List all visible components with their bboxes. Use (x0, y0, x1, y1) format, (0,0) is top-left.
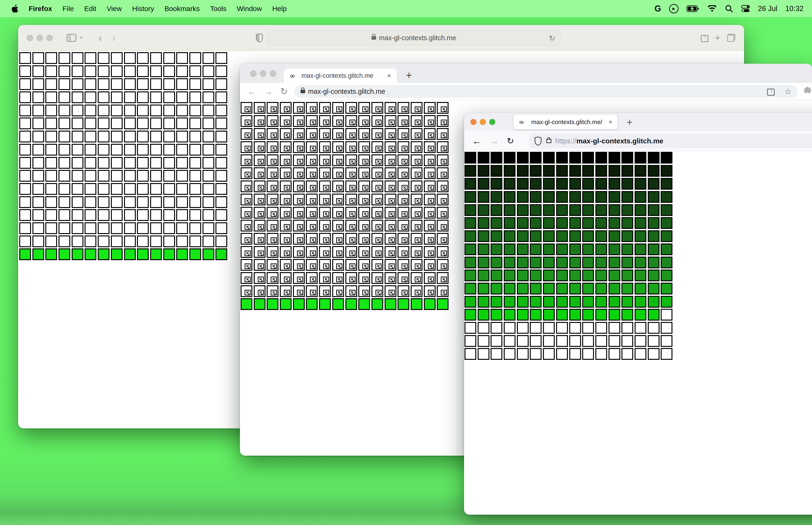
zoom-button[interactable] (46, 34, 53, 41)
grid-cell (504, 230, 516, 242)
grid-cell: × (398, 233, 409, 245)
grid-cell (556, 283, 568, 295)
broken-image-icon: × (388, 198, 395, 204)
grid-cell: × (293, 102, 305, 114)
grid-cell: × (371, 207, 383, 219)
safari-toolbar: ˅ ‹ › max-gl-contexts.glitch.me ↻ ↑ + (18, 25, 744, 51)
google-g-icon[interactable]: G (655, 4, 661, 14)
menu-item-app[interactable]: Firefox (29, 5, 52, 13)
broken-image-icon: × (297, 251, 303, 256)
firefox-active-tab[interactable]: ∞ max-gl-contexts.glitch.me/ × (514, 115, 617, 129)
grid-cell (530, 217, 541, 229)
close-tab-icon[interactable]: × (609, 118, 612, 126)
extensions-puzzle-icon[interactable] (803, 87, 812, 96)
menu-item[interactable]: Bookmarks (165, 5, 200, 13)
sidebar-icon[interactable] (66, 34, 76, 42)
close-button[interactable] (250, 70, 257, 77)
grid-cell (202, 196, 214, 208)
grid-cell (202, 183, 214, 195)
close-button[interactable] (470, 119, 476, 125)
grid-cell: × (411, 194, 423, 205)
chrome-active-tab[interactable]: ∞ max-gl-contexts.glitch.me × (284, 69, 397, 83)
canvas-grid: ××××××××××××××××××××××××××××××××××××××××… (241, 102, 448, 310)
minimize-button[interactable] (36, 34, 43, 41)
menu-item[interactable]: Edit (84, 5, 96, 13)
minimize-button[interactable] (260, 70, 266, 77)
grid-cell: × (332, 233, 344, 245)
new-tab-button[interactable]: + (627, 117, 633, 127)
grid-cell (19, 222, 31, 234)
minimize-button[interactable] (480, 119, 486, 125)
battery-charging-icon[interactable] (687, 5, 699, 12)
grid-cell (19, 196, 31, 208)
shield-icon[interactable] (256, 33, 263, 43)
menu-item[interactable]: Tools (210, 5, 227, 13)
grid-cell (32, 91, 44, 103)
broken-image-icon: × (428, 237, 434, 243)
forward-button[interactable]: → (489, 136, 499, 146)
grid-cell (530, 257, 541, 268)
shield-icon[interactable] (534, 136, 542, 146)
grid-cell: × (319, 154, 331, 166)
grid-cell (124, 105, 136, 116)
menu-item[interactable]: Window (237, 5, 262, 13)
zoom-button[interactable] (489, 119, 495, 125)
grid-cell (45, 118, 57, 129)
close-button[interactable] (27, 34, 33, 41)
chrome-url-field[interactable]: max-gl-contexts.glitch.me ↑ ☆ (294, 85, 798, 98)
grid-cell (45, 209, 57, 221)
grid-cell: × (306, 285, 318, 297)
grid-cell (45, 78, 57, 90)
menu-item[interactable]: Help (272, 5, 287, 13)
grid-cell (491, 322, 502, 334)
reload-button[interactable]: ↻ (507, 137, 514, 145)
grid-cell (163, 105, 175, 116)
apple-logo-icon[interactable] (11, 4, 18, 13)
grid-cell (137, 144, 149, 155)
share-icon[interactable]: ↑ (701, 34, 708, 42)
grid-cell (609, 322, 620, 334)
control-center-icon[interactable] (741, 5, 750, 13)
menu-item[interactable]: File (62, 5, 74, 13)
broken-image-icon: × (310, 146, 316, 151)
grid-cell (189, 157, 201, 169)
zoom-button[interactable] (270, 70, 276, 77)
grid-cell (59, 170, 70, 182)
grid-cell (202, 131, 214, 142)
play-circle-icon[interactable]: ▶ (669, 4, 678, 13)
firefox-url-field[interactable]: https://max-gl-contexts.glitch.me (530, 134, 812, 148)
reload-button[interactable]: ↻ (280, 87, 288, 96)
back-button[interactable]: ← (247, 87, 256, 96)
menu-item[interactable]: History (132, 5, 154, 13)
share-icon[interactable]: ↑ (767, 87, 774, 96)
forward-button[interactable]: › (112, 33, 116, 43)
grid-cell: × (371, 102, 383, 114)
bookmark-star-icon[interactable]: ☆ (784, 87, 792, 96)
broken-image-icon: × (441, 198, 447, 204)
grid-cell (332, 298, 344, 310)
grid-cell (150, 78, 162, 90)
close-tab-icon[interactable]: × (387, 72, 391, 80)
grid-cell: × (346, 246, 357, 258)
grid-cell (111, 157, 123, 169)
reload-icon[interactable]: ↻ (549, 34, 555, 43)
broken-image-icon: × (349, 185, 355, 191)
grid-cell: × (267, 180, 278, 192)
grid-cell: × (398, 220, 409, 231)
grid-cell (464, 270, 476, 281)
wifi-icon[interactable] (707, 5, 717, 12)
chevron-down-icon[interactable]: ˅ (80, 35, 83, 41)
tab-overview-icon[interactable] (727, 34, 735, 42)
back-button[interactable]: ← (472, 136, 481, 146)
grid-cell (163, 222, 175, 234)
new-tab-button[interactable]: + (715, 33, 721, 43)
safari-url-field[interactable]: max-gl-contexts.glitch.me ↻ (267, 30, 561, 45)
grid-cell (202, 170, 214, 182)
search-icon[interactable] (725, 5, 733, 13)
menu-item[interactable]: View (107, 5, 122, 13)
forward-button[interactable]: → (264, 87, 273, 96)
back-button[interactable]: ‹ (99, 33, 102, 43)
grid-cell (280, 298, 292, 310)
grid-cell (163, 236, 175, 247)
new-tab-button[interactable]: + (406, 70, 412, 80)
